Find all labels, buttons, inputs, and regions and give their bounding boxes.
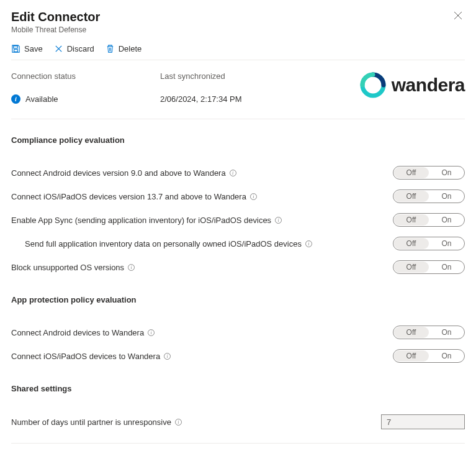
toggle-on-label: On [429,263,464,271]
row-android-compliance: Connect Android devices version 9.0 and … [11,161,465,185]
unresponsive-days-input[interactable] [381,414,465,429]
toggle-off-label: Off [393,192,429,201]
row-android-app-protection: Connect Android devices to Wandera i Off… [11,321,465,344]
close-button[interactable] [451,10,465,24]
toggle-app-sync[interactable]: Off On [393,213,465,227]
toggle-on-label: On [429,239,464,248]
toggle-off-label: Off [393,328,429,337]
vendor-logo: wandera [359,71,465,99]
toggle-on-label: On [429,168,464,177]
toggle-ios-app-protection[interactable]: Off On [393,349,465,363]
row-ios-app-protection: Connect iOS/iPadOS devices to Wandera i … [11,344,465,368]
connection-status-label: Connection status [11,71,160,81]
last-synchronized-label: Last synchronized [160,71,309,81]
section-compliance: Compliance policy evaluation [11,135,465,145]
last-synchronized-value: 2/06/2024, 2:17:34 PM [160,94,242,104]
toggle-ios-compliance[interactable]: Off On [393,189,465,203]
row-label: Enable App Sync (sending application inv… [11,216,271,225]
discard-icon [54,44,63,53]
row-block-unsupported: Block unsupported OS versions i Off On [11,255,465,279]
discard-button[interactable]: Discard [54,44,94,53]
toggle-off-label: Off [393,352,429,360]
vendor-logo-text: wandera [392,75,465,96]
discard-label: Discard [67,44,94,53]
close-icon [454,11,462,20]
save-icon [11,44,20,53]
info-icon[interactable]: i [164,353,171,360]
delete-icon [106,44,115,53]
row-label: Number of days until partner is unrespon… [11,417,171,427]
save-label: Save [24,44,43,53]
toggle-off-label: Off [393,263,429,271]
toggle-android-compliance[interactable]: Off On [393,166,465,180]
toggle-on-label: On [429,192,464,201]
info-icon[interactable]: i [175,419,182,426]
row-label: Connect Android devices version 9.0 and … [11,168,226,178]
row-label: Connect Android devices to Wandera [11,328,144,337]
info-icon[interactable]: i [148,329,155,336]
page-title: Edit Connector [11,10,100,24]
toggle-on-label: On [429,352,464,360]
info-icon[interactable]: i [128,264,135,271]
row-label: Block unsupported OS versions [11,263,124,272]
info-icon: i [11,94,20,104]
toggle-android-app-protection[interactable]: Off On [393,326,465,339]
info-icon[interactable]: i [305,240,312,247]
delete-button[interactable]: Delete [106,44,142,53]
info-icon[interactable]: i [230,170,236,176]
toolbar: Save Discard Delete [11,44,465,60]
row-ios-compliance: Connect iOS/iPadOS devices version 13.7 … [11,185,465,208]
row-label: Connect iOS/iPadOS devices to Wandera [11,352,160,361]
section-app-protection: App protection policy evaluation [11,295,465,304]
row-label: Send full application inventory data on … [25,239,302,249]
toggle-off-label: Off [393,239,429,248]
toggle-block-unsupported[interactable]: Off On [393,260,465,274]
save-button[interactable]: Save [11,44,43,53]
page-subtitle: Mobile Threat Defense [11,25,100,34]
row-full-inventory: Send full application inventory data on … [11,232,465,255]
row-app-sync: Enable App Sync (sending application inv… [11,208,465,232]
toggle-on-label: On [429,328,464,337]
info-icon[interactable]: i [250,193,257,200]
toggle-off-label: Off [393,216,429,224]
row-unresponsive-days: Number of days until partner is unrespon… [11,409,465,434]
info-icon[interactable]: i [275,217,282,224]
toggle-full-inventory[interactable]: Off On [393,237,465,250]
row-label: Connect iOS/iPadOS devices version 13.7 … [11,192,246,201]
toggle-on-label: On [429,216,464,224]
section-shared: Shared settings [11,384,465,393]
toggle-off-label: Off [393,168,429,177]
delete-label: Delete [119,44,142,53]
wandera-logo-icon [359,71,387,99]
connection-status-value: Available [25,94,58,104]
